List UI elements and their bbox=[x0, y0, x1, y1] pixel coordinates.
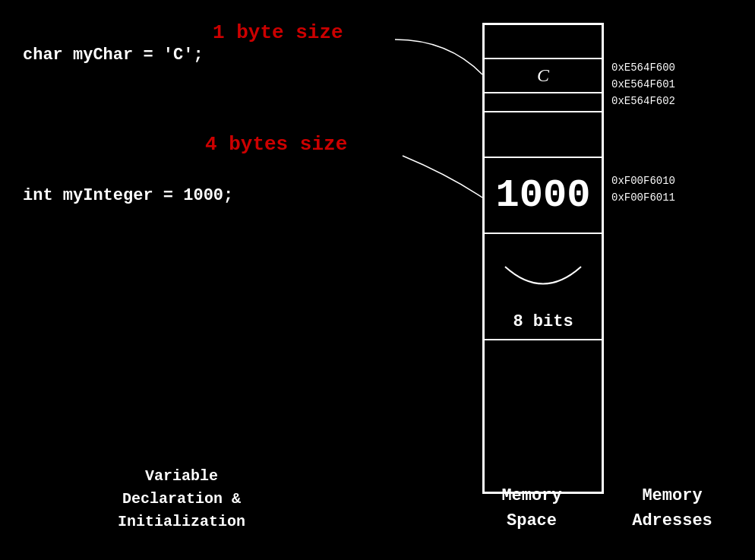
char-value: C bbox=[537, 65, 549, 86]
size-1-byte-label: 1 byte size bbox=[213, 21, 343, 44]
bits-label: 8 bits bbox=[513, 312, 573, 331]
address-5: 0xF00F6011 bbox=[611, 189, 675, 206]
char-declaration: char myChar = 'C'; bbox=[23, 46, 233, 65]
code-section: char myChar = 'C'; int myInteger = 1000; bbox=[23, 46, 233, 205]
bits-curve-svg bbox=[498, 259, 589, 305]
bottom-memory-space-label: MemorySpace bbox=[471, 483, 592, 533]
int-value: 1000 bbox=[496, 173, 591, 218]
memory-row-char: C bbox=[485, 59, 602, 93]
int-declaration: int myInteger = 1000; bbox=[23, 186, 233, 205]
address-4: 0xF00F6010 bbox=[611, 172, 675, 189]
memory-row-small bbox=[485, 93, 602, 112]
address-2: 0xE564F601 bbox=[611, 76, 675, 93]
bottom-memory-addresses-label: MemoryAdresses bbox=[611, 483, 733, 533]
address-group-1: 0xE564F600 0xE564F601 0xE564F602 bbox=[611, 59, 675, 109]
memory-row-empty-top bbox=[485, 25, 602, 59]
memory-row-int: 1000 bbox=[485, 158, 602, 234]
bottom-variable-label: Variable Declaration & Initialization bbox=[118, 465, 245, 533]
memory-row-bits: 8 bits bbox=[485, 234, 602, 340]
address-3: 0xE564F602 bbox=[611, 93, 675, 109]
memory-diagram: C 1000 8 bits bbox=[482, 23, 604, 494]
memory-addresses: 0xE564F600 0xE564F601 0xE564F602 0xF00F6… bbox=[611, 23, 675, 206]
address-group-2: 0xF00F6010 0xF00F6011 bbox=[611, 172, 675, 206]
memory-row-spacer bbox=[485, 112, 602, 158]
address-1: 0xE564F600 bbox=[611, 59, 675, 76]
